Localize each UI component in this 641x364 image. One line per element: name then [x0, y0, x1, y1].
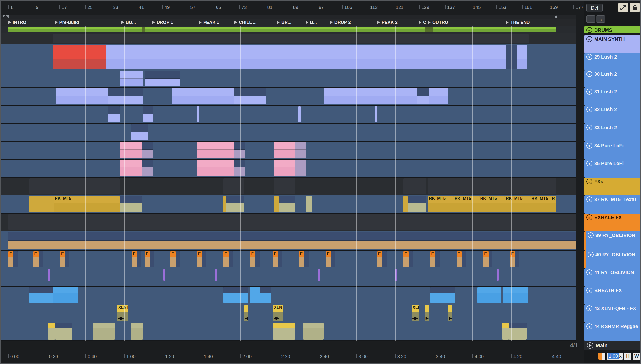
locator-bu[interactable]: BU...: [121, 19, 136, 26]
back-arrow-button[interactable]: ←: [586, 16, 595, 23]
clip[interactable]: [131, 124, 148, 140]
track-row-lush-29[interactable]: [1, 44, 583, 70]
clip[interactable]: [234, 160, 245, 176]
clip[interactable]: [477, 287, 501, 303]
clip[interactable]: RK_MT5_: [428, 196, 454, 212]
clip[interactable]: RK_MT5_: [54, 196, 120, 212]
track-row-drums[interactable]: [1, 26, 583, 34]
clip[interactable]: [120, 160, 142, 176]
track-header-drums[interactable]: ≡DRUMS: [584, 26, 641, 34]
clip[interactable]: [176, 251, 180, 267]
track-header-ry-40[interactable]: ▾40 RY_OBLIVION: [584, 251, 641, 268]
clip[interactable]: [131, 323, 143, 340]
clip[interactable]: [375, 106, 377, 122]
clip[interactable]: [279, 196, 295, 212]
clip[interactable]: RK_MT5_: [479, 196, 505, 212]
track-fold-icon[interactable]: ▾: [586, 143, 592, 148]
clip[interactable]: [403, 178, 426, 194]
clip[interactable]: F: [132, 251, 137, 267]
track-row-lush-33[interactable]: [1, 124, 583, 142]
clip[interactable]: [197, 106, 199, 122]
clip[interactable]: [8, 214, 576, 230]
clip[interactable]: XLN◀▶: [411, 305, 418, 321]
clip[interactable]: [295, 160, 306, 176]
clip[interactable]: [223, 196, 226, 212]
track-header-pure-34[interactable]: ▾34 Pure LoFi: [584, 142, 641, 160]
time-ruler[interactable]: 0:000:200:401:001:201:402:002:202:403:00…: [1, 350, 583, 364]
clip[interactable]: [395, 269, 396, 281]
track-fold-icon[interactable]: ▾: [586, 106, 592, 112]
clip[interactable]: F: [223, 251, 229, 267]
clip[interactable]: F: [250, 251, 255, 267]
track-header-ry-39[interactable]: ▾39 RY_OBLIVION: [584, 231, 641, 251]
clip[interactable]: ▶: [448, 305, 452, 321]
locator-b[interactable]: B...: [306, 19, 317, 26]
clip[interactable]: [142, 142, 153, 158]
clip[interactable]: [8, 232, 576, 250]
clip[interactable]: [506, 45, 517, 69]
clip[interactable]: [226, 196, 245, 212]
clip[interactable]: [503, 287, 528, 303]
track-row-ry-41[interactable]: [1, 268, 583, 286]
clip[interactable]: [382, 251, 386, 267]
locator-intro[interactable]: INTRO: [8, 19, 27, 26]
clip[interactable]: F: [60, 251, 65, 267]
clip[interactable]: F: [457, 251, 462, 267]
clip[interactable]: [8, 27, 556, 32]
clip[interactable]: [260, 287, 271, 303]
clip[interactable]: [137, 251, 141, 267]
clip[interactable]: [274, 142, 295, 158]
locator-outro[interactable]: OUTRO: [428, 19, 448, 26]
height-zoom-button[interactable]: H: [624, 352, 631, 360]
locator-peak-2[interactable]: PEAK 2: [377, 19, 397, 26]
track-header-ry-41[interactable]: ▾41 RY_OBLIVION_: [584, 268, 641, 286]
clip[interactable]: RK_MT5_: [454, 196, 479, 212]
clip[interactable]: [171, 88, 234, 104]
clip[interactable]: [274, 178, 295, 194]
loop-marker-icon[interactable]: [3, 16, 6, 18]
clip[interactable]: [234, 88, 266, 104]
clip[interactable]: [53, 45, 106, 69]
track-header-kshmr-44[interactable]: ▾44 KSHMR Reggae: [584, 322, 641, 341]
clip[interactable]: [53, 34, 529, 43]
clip[interactable]: [48, 323, 55, 340]
track-fold-icon[interactable]: ▾: [586, 89, 592, 94]
clip[interactable]: [197, 160, 234, 176]
locator-drop-1[interactable]: DROP 1: [152, 19, 173, 26]
clip[interactable]: F: [273, 251, 278, 267]
clip[interactable]: [120, 142, 142, 158]
clip[interactable]: RK_MT5_: [530, 196, 551, 212]
clip[interactable]: F: [197, 251, 202, 267]
track-header-lush-30[interactable]: ▾30 Lush 2: [584, 70, 641, 88]
track-row-pure-35[interactable]: [1, 160, 583, 178]
clip[interactable]: [517, 45, 527, 69]
track-header-exhale[interactable]: ≡EXHALE FX: [584, 214, 641, 231]
clip[interactable]: F: [430, 251, 436, 267]
forward-arrow-button[interactable]: →: [596, 16, 605, 23]
track-row-main-synth[interactable]: [1, 34, 583, 44]
clip[interactable]: [250, 287, 260, 303]
track-header-lush-32[interactable]: ▾32 Lush 2: [584, 106, 641, 124]
clip[interactable]: F: [326, 251, 331, 267]
group-fold-icon[interactable]: ≡: [586, 178, 592, 184]
clip[interactable]: [425, 27, 433, 32]
clip[interactable]: XLNT◀▶: [273, 305, 283, 321]
locator-the-end[interactable]: THE END: [506, 19, 530, 26]
track-row-lush-30[interactable]: [1, 70, 583, 88]
track-row-fxs[interactable]: [1, 178, 583, 196]
clip[interactable]: F: [33, 251, 38, 267]
clip[interactable]: ▶: [425, 305, 429, 321]
clip[interactable]: [509, 323, 526, 340]
locator-br[interactable]: BR...: [277, 19, 291, 26]
clip[interactable]: F: [170, 251, 175, 267]
clip[interactable]: [429, 88, 449, 104]
clip[interactable]: RK_MT5_: [505, 196, 530, 212]
clip[interactable]: F: [377, 251, 382, 267]
clip[interactable]: [497, 269, 499, 281]
track-row-lush-31[interactable]: [1, 88, 583, 106]
clip[interactable]: [407, 196, 426, 212]
width-zoom-button[interactable]: W: [633, 352, 640, 360]
clip[interactable]: [436, 251, 440, 267]
track-row-ry-39[interactable]: [1, 231, 583, 251]
clip[interactable]: [229, 251, 233, 267]
